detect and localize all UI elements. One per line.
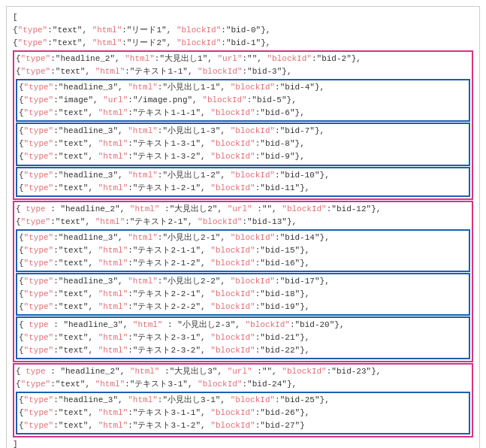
line-bid26: {"type":"text", "html":"テキスト3-1-1", "blo… xyxy=(19,407,467,419)
section-headline3-2-3: { type : "headline_3", "html" : "小見出し2-3… xyxy=(16,316,470,359)
line-bid17: {"type":"headline_3", "html":"小見出し2-2", … xyxy=(19,275,467,288)
section-headline2-3: { type : "headline_2", "html" :"大見出し3", … xyxy=(13,363,473,437)
line-bid4: {"type":"headline_3", "html":"小見出し1-1", … xyxy=(19,81,467,94)
open-bracket: [ xyxy=(13,11,473,24)
line-bid16: {"type":"text", "html":"テキスト2-1-2", "blo… xyxy=(19,257,467,270)
line-bid20: { type : "headline_3", "html" : "小見出し2-3… xyxy=(19,319,467,331)
line-bid19: {"type":"text", "html":"テキスト2-2-2", "blo… xyxy=(19,301,467,313)
section-headline3-1-3: {"type":"headline_3", "html":"小見出し1-3", … xyxy=(16,123,470,165)
line-bid10: {"type":"headline_3", "html":"小見出し1-2", … xyxy=(19,169,467,182)
line-bid12: { type : "headline_2", "html" :"大見出し2", … xyxy=(16,203,470,216)
line-bid6: {"type":"text", "html":"テキスト1-1-1", "blo… xyxy=(19,107,467,120)
section-headline2-2: { type : "headline_2", "html" :"大見出し2", … xyxy=(13,201,473,363)
line-bid2: {"type":"headline_2", "html":"大見出し1", "u… xyxy=(16,53,470,65)
line-bid25: {"type":"headline_3", "html":"小見出し3-1", … xyxy=(19,394,467,407)
line-bid13: {"type":"text", "html":"テキスト2-1", "block… xyxy=(16,216,470,229)
line-bid18: {"type":"text", "html":"テキスト2-2-1", "blo… xyxy=(19,288,467,301)
line-bid9: {"type":"text", "html":"テキスト1-3-2", "blo… xyxy=(19,150,467,163)
line-bid22: {"type":"text", "html":"テキスト2-3-2", "blo… xyxy=(19,344,467,357)
section-headline3-2-1: {"type":"headline_3", "html":"小見出し2-1", … xyxy=(16,229,470,272)
section-headline2-1: {"type":"headline_2", "html":"大見出し1", "u… xyxy=(13,50,473,199)
line-bid1: {"type":"text", "html":"リード2", "blockId"… xyxy=(13,37,473,50)
close-bracket: ] xyxy=(13,438,473,448)
line-bid0: {"type":"text", "html":"リード1", "blockId"… xyxy=(13,24,473,37)
section-headline3-1-2: {"type":"headline_3", "html":"小見出し1-2", … xyxy=(16,167,470,197)
line-bid3: {"type":"text", "html":"テキスト1-1", "block… xyxy=(16,65,470,78)
line-bid27: {"type":"text", "html":"テキスト3-1-2", "blo… xyxy=(19,419,467,432)
line-bid21: {"type":"text", "html":"テキスト2-3-1", "blo… xyxy=(19,331,467,344)
line-bid23: { type : "headline_2", "html" :"大見出し3", … xyxy=(16,365,470,378)
section-headline3-2-2: {"type":"headline_3", "html":"小見出し2-2", … xyxy=(16,273,470,316)
line-bid15: {"type":"text", "html":"テキスト2-1-1", "blo… xyxy=(19,244,467,257)
section-headline3-1-1: {"type":"headline_3", "html":"小見出し1-1", … xyxy=(16,79,470,122)
line-bid8: {"type":"text", "html":"テキスト1-3-1", "blo… xyxy=(19,138,467,150)
line-bid24: {"type":"text", "html":"テキスト3-1", "block… xyxy=(16,378,470,391)
line-bid14: {"type":"headline_3", "html":"小見出し2-1", … xyxy=(19,232,467,244)
line-bid5: {"type":"image", "url":"/image.png", "bl… xyxy=(19,94,467,107)
code-container: [ {"type":"text", "html":"リード1", "blockI… xyxy=(6,6,480,448)
line-bid11: {"type":"text", "html":"テキスト1-2-1", "blo… xyxy=(19,182,467,195)
line-bid7: {"type":"headline_3", "html":"小見出し1-3", … xyxy=(19,125,467,138)
section-headline3-3-1: {"type":"headline_3", "html":"小見出し3-1", … xyxy=(16,392,470,434)
